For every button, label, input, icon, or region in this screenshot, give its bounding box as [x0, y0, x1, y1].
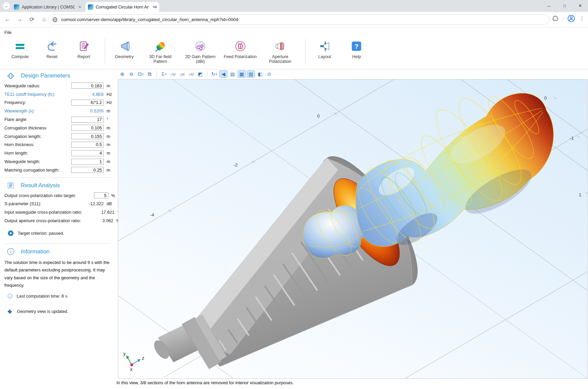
- reload-button[interactable]: ⟳: [27, 15, 37, 24]
- forward-button[interactable]: →: [15, 15, 24, 24]
- dropdown-arrow-icon[interactable]: ▾: [165, 73, 167, 76]
- view-along-xz-button[interactable]: ↓xz: [187, 70, 195, 78]
- close-button[interactable]: ✕: [572, 0, 588, 12]
- parameter-input[interactable]: [71, 100, 104, 106]
- parameter-input[interactable]: [71, 117, 104, 123]
- report-button[interactable]: Report: [69, 37, 99, 67]
- view-along-yz-button[interactable]: ↓yz: [178, 70, 186, 78]
- divider: [5, 244, 111, 244]
- graphics-toolbar: ⊕⊖⊡▾⧉↧▾↓xy↓yz↓xz◩↻▾◀▤▦▧◧⊙: [118, 70, 273, 78]
- 2d-gain-pattern-dbi--button[interactable]: 2D Gain Pattern (dBi): [181, 37, 219, 67]
- divider: [563, 15, 563, 22]
- scene-light-button[interactable]: ◩: [196, 70, 204, 78]
- parameter-input[interactable]: [71, 167, 104, 173]
- info-small-icon: i: [7, 294, 13, 299]
- feed-polarization-button[interactable]: Feed Polarization: [221, 37, 259, 67]
- ribbon-button-label: 2D Gain Pattern (dBi): [184, 54, 217, 64]
- parameter-input[interactable]: [71, 125, 104, 131]
- parameter-value: 3.062: [102, 218, 113, 223]
- ribbon-button-label: Reset: [47, 54, 58, 59]
- geometry-status-row: Geometry view is updated.: [0, 307, 115, 316]
- browser-menu-icon[interactable]: ⋮: [579, 15, 585, 22]
- parameter-input[interactable]: [71, 159, 104, 165]
- parameter-input[interactable]: [71, 150, 104, 156]
- reset-view-button[interactable]: ↻▾: [210, 70, 218, 78]
- graphics-viewport[interactable]: 0 -2 -4 0 -1 1: [118, 79, 588, 379]
- ribbon-button-label: Help: [352, 54, 361, 59]
- ribbon-separator: [105, 39, 105, 65]
- ribbon-separator: [305, 39, 306, 65]
- 3d-far-field-pattern-button[interactable]: 3D Far-field Pattern: [141, 37, 179, 67]
- zoom-extents-button[interactable]: ⧉: [146, 70, 154, 78]
- parameter-unit: Hz: [107, 100, 115, 105]
- svg-text:z: z: [142, 355, 144, 361]
- parameter-row: Output aperture cross-polarization ratio…: [0, 216, 115, 225]
- information-header: i Information: [0, 245, 115, 258]
- design-parameters-header: Design Parameters: [0, 69, 115, 82]
- gain2d-icon: [195, 39, 206, 53]
- parameter-row: Corrugation length:m: [0, 132, 115, 141]
- dropdown-arrow-icon[interactable]: ▾: [142, 73, 144, 76]
- parameter-label: Corrugation thickness: [4, 125, 71, 130]
- zoom-box-button[interactable]: ⊡▾: [136, 70, 145, 78]
- parameter-row: Input waveguide cross-polarization ratio…: [0, 208, 115, 216]
- environment-settings-button[interactable]: ▤: [228, 70, 237, 78]
- site-info-icon[interactable]: [52, 17, 58, 22]
- ribbon-button-label: 3D Far-field Pattern: [144, 54, 177, 64]
- extensions-icon[interactable]: [552, 15, 559, 22]
- parameter-label: Frequency:: [4, 100, 71, 105]
- parameter-unit: m: [107, 151, 115, 156]
- view-along-xy-button[interactable]: ↓xy: [169, 70, 177, 78]
- parameter-input[interactable]: [94, 192, 108, 198]
- compute-icon: [14, 39, 26, 53]
- zoom-in-button[interactable]: ⊕: [118, 70, 126, 78]
- reset-button[interactable]: Reset: [37, 37, 67, 67]
- compute-button[interactable]: Compute: [5, 37, 35, 67]
- snapshot-camera-button[interactable]: ⊙: [265, 70, 273, 78]
- parameter-input[interactable]: [71, 83, 104, 89]
- geometry-diamond-icon: [7, 308, 13, 315]
- new-tab-button[interactable]: +: [152, 3, 160, 11]
- comsol-favicon: [88, 4, 93, 10]
- address-bar[interactable]: comsol.com/server-demo/app/library_corru…: [48, 14, 550, 25]
- geometry-icon: [118, 39, 130, 53]
- back-button[interactable]: ←: [3, 15, 12, 24]
- tab-list: Application Library | COMSOL S✕Corrugate…: [11, 2, 159, 12]
- tab-close-icon[interactable]: ✕: [77, 4, 82, 10]
- browser-tab[interactable]: Corrugated Circular Horn Anten✕: [85, 2, 159, 12]
- profile-avatar[interactable]: [567, 15, 575, 22]
- design-parameters-icon: [7, 72, 15, 80]
- parameter-row: Waveguide length:m: [0, 157, 115, 166]
- split-screen-button[interactable]: ◧: [256, 70, 264, 78]
- geometry-button[interactable]: Geometry: [109, 37, 139, 67]
- parameter-unit: m: [107, 125, 115, 130]
- home-button[interactable]: ⌂: [39, 15, 49, 24]
- show-plot-button[interactable]: ▧: [247, 70, 255, 78]
- zoom-out-button[interactable]: ⊖: [127, 70, 135, 78]
- parameter-row: Frequency:Hz: [0, 99, 115, 107]
- maximize-button[interactable]: □: [557, 0, 572, 12]
- parameter-row: Matching corrugation length:m: [0, 166, 115, 174]
- parameter-input[interactable]: [71, 142, 104, 148]
- file-menu[interactable]: File: [4, 30, 12, 35]
- tab-search-button[interactable]: ⌄: [3, 2, 10, 10]
- minimize-button[interactable]: —: [541, 0, 557, 12]
- ribbon-button-label: Feed Polarization: [224, 54, 257, 59]
- show-geometry-button[interactable]: ◀: [219, 70, 227, 78]
- parameter-unit: m: [107, 159, 115, 164]
- layout-button[interactable]: Layout: [310, 37, 339, 67]
- parameter-input[interactable]: [71, 133, 104, 139]
- parameter-value: 17.621: [101, 210, 114, 215]
- result-analysis-header: Result Analysis: [0, 179, 115, 191]
- dropdown-arrow-icon[interactable]: ▾: [216, 73, 217, 76]
- aperture-polarization-button[interactable]: Aperture Polarization: [261, 37, 299, 67]
- go-to-default-view-button[interactable]: ↧▾: [160, 70, 168, 78]
- parameter-label: Input waveguide cross-polarization ratio…: [4, 210, 82, 215]
- show-grid-button[interactable]: ▦: [238, 70, 246, 78]
- parameter-unit: Hz: [107, 92, 115, 97]
- tab-title: Application Library | COMSOL S: [22, 5, 75, 10]
- url-text: comsol.com/server-demo/app/library_corru…: [61, 17, 238, 22]
- browser-tab[interactable]: Application Library | COMSOL S✕: [11, 2, 85, 12]
- help-button[interactable]: ?Help: [342, 37, 371, 67]
- parameter-row: Horn length:m: [0, 149, 115, 157]
